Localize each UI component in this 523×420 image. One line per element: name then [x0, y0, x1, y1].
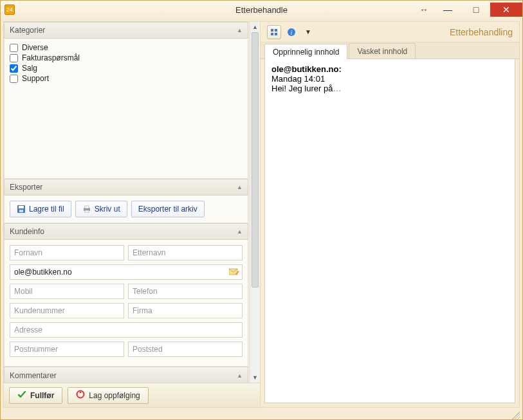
print-label: Skriv ut: [95, 205, 120, 214]
categories-title: Kategorier: [10, 26, 45, 35]
category-checkbox[interactable]: [10, 64, 18, 73]
app-icon: 24: [5, 5, 15, 15]
scroll-up-icon[interactable]: ▲: [250, 22, 260, 32]
floppy-icon: [17, 205, 26, 214]
svg-rect-11: [275, 33, 277, 35]
category-item[interactable]: Fakturaspørsmål: [10, 53, 243, 63]
lastname-field[interactable]: Etternavn: [128, 245, 243, 260]
category-item[interactable]: Diverse: [10, 42, 243, 53]
followup-button[interactable]: Lag oppfølging: [68, 387, 148, 404]
followup-icon: [76, 390, 85, 401]
email-field[interactable]: ole@butikken.no: [10, 264, 243, 280]
svg-rect-5: [85, 210, 89, 212]
export-archive-button[interactable]: Eksporter til arkiv: [131, 201, 205, 217]
save-to-file-label: Lagre til fil: [29, 205, 64, 214]
category-checkbox[interactable]: [10, 75, 18, 83]
check-icon: [17, 390, 26, 401]
svg-text:i: i: [291, 28, 293, 35]
right-pane-title: Etterbehandling: [450, 27, 513, 37]
customer-title: Kundeinfo: [10, 227, 44, 236]
category-label: Diverse: [22, 43, 48, 52]
svg-rect-9: [275, 29, 277, 32]
window-controls: ↔ — □ ✕: [414, 3, 522, 17]
right-toolbar: i ▼ Etterbehandling: [261, 22, 519, 42]
company-field[interactable]: Firma: [128, 303, 243, 318]
resize-grip[interactable]: [512, 412, 520, 419]
category-label: Fakturaspørsmål: [22, 53, 80, 62]
scroll-thumb[interactable]: [252, 32, 259, 288]
customer-header[interactable]: Kundeinfo ▲: [4, 223, 248, 240]
svg-rect-10: [271, 33, 273, 35]
move-handle-icon[interactable]: ↔: [414, 3, 434, 17]
compose-mail-icon[interactable]: [229, 268, 239, 277]
category-item[interactable]: Salg: [10, 63, 243, 73]
main-body: Kategorier ▲ Diverse Fakturaspørsmål: [3, 21, 520, 408]
collapse-icon: ▲: [237, 228, 243, 235]
complete-button[interactable]: Fullfør: [9, 387, 62, 404]
right-panel: i ▼ Etterbehandling Opprinnelig innhold …: [260, 22, 519, 407]
message-timestamp: Mandag 14:01: [271, 74, 508, 84]
complete-label: Fullfør: [30, 391, 54, 400]
svg-rect-2: [19, 210, 23, 212]
category-checkbox[interactable]: [10, 54, 18, 62]
message-from: ole@butikken.no:: [271, 64, 508, 74]
left-scroll-area: Kategorier ▲ Diverse Fakturaspørsmål: [4, 22, 260, 383]
address-field[interactable]: Adresse: [10, 322, 243, 338]
message-ellipsis: …: [333, 84, 341, 93]
message-content: ole@butikken.no: Mandag 14:01 Hei! Jeg l…: [264, 59, 515, 403]
category-label: Salg: [22, 64, 37, 73]
left-panel: Kategorier ▲ Diverse Fakturaspørsmål: [4, 22, 260, 407]
phone-field[interactable]: Telefon: [128, 284, 243, 299]
print-button[interactable]: Skriv ut: [75, 201, 127, 217]
category-item[interactable]: Support: [10, 73, 243, 84]
svg-rect-4: [85, 206, 89, 208]
maximize-button[interactable]: □: [462, 3, 490, 17]
firstname-field[interactable]: Fornavn: [10, 245, 124, 260]
customer-panel: Fornavn Etternavn ole@butikken.no: [4, 240, 248, 367]
postal-code-field[interactable]: Postnummer: [10, 342, 124, 357]
comments-header[interactable]: Kommentarer ▲: [4, 367, 248, 383]
mobile-field[interactable]: Mobil: [10, 284, 124, 299]
scroll-down-icon[interactable]: ▼: [250, 372, 260, 383]
grid-tool-button[interactable]: [267, 25, 281, 39]
svg-rect-1: [19, 206, 24, 208]
collapse-icon: ▲: [237, 372, 243, 379]
city-field[interactable]: Poststed: [128, 342, 243, 357]
category-checkbox[interactable]: [10, 44, 18, 52]
collapse-icon: ▲: [237, 184, 243, 190]
minimize-button[interactable]: —: [434, 3, 462, 17]
collapse-icon: ▲: [237, 27, 243, 33]
categories-header[interactable]: Kategorier ▲: [4, 22, 248, 39]
export-panel: Lagre til fil Skriv ut Eksporter til ark…: [4, 196, 248, 223]
message-body: Hei! Jeg lurer på: [271, 84, 333, 93]
title-bar: 24 Etterbehandle ↔ — □ ✕: [1, 1, 522, 19]
export-archive-label: Eksporter til arkiv: [138, 205, 197, 214]
export-header[interactable]: Eksporter ▲: [4, 179, 248, 196]
close-button[interactable]: ✕: [490, 3, 522, 17]
tab-original-content[interactable]: Opprinnelig innhold: [264, 44, 347, 59]
footer-bar: Fullfør Lag oppfølging: [4, 383, 260, 407]
customer-number-field[interactable]: Kundenummer: [10, 303, 124, 318]
save-to-file-button[interactable]: Lagre til fil: [10, 201, 71, 217]
category-label: Support: [22, 74, 49, 83]
dropdown-arrow-icon[interactable]: ▼: [302, 26, 315, 39]
status-strip: [1, 410, 522, 419]
comments-title: Kommentarer: [10, 371, 57, 380]
tab-washed-content[interactable]: Vasket innhold: [349, 43, 416, 59]
info-icon[interactable]: i: [285, 26, 298, 39]
categories-panel: Diverse Fakturaspørsmål Salg Suppor: [4, 39, 248, 179]
export-title: Eksporter: [10, 183, 42, 192]
left-scrollbar[interactable]: ▲ ▼: [250, 22, 260, 383]
window-root: 24 Etterbehandle ↔ — □ ✕ Kategorier ▲: [0, 0, 523, 420]
content-tabs: Opprinnelig innhold Vasket innhold: [261, 42, 519, 59]
scroll-track[interactable]: [250, 32, 260, 372]
svg-rect-8: [271, 29, 273, 32]
followup-label: Lag oppfølging: [89, 391, 140, 400]
printer-icon: [82, 205, 91, 214]
